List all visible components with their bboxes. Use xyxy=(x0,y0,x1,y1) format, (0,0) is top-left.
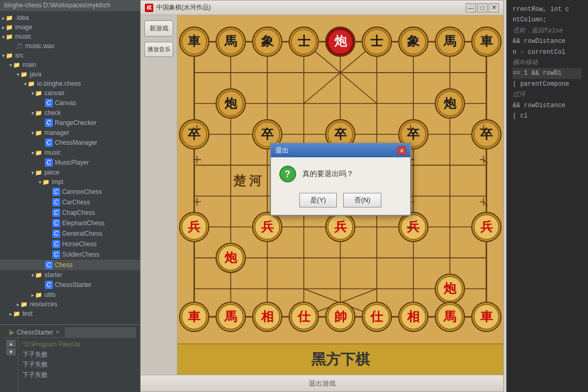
dialog-buttons: 是(Y) 否(N) xyxy=(271,189,410,215)
tree-item-ChapChess[interactable]: C ChapChess xyxy=(0,207,140,218)
dialog-body: ? 真的要退出吗？ xyxy=(271,157,410,189)
dialog-question-icon: ? xyxy=(279,166,296,182)
chess-board[interactable]: 楚 河 漢 界 xyxy=(177,15,503,343)
exit-dialog: 退出 ✕ ? 真的要退出吗？ 是(Y) 否(N) xyxy=(270,143,411,216)
run-down-btn[interactable]: ▼ xyxy=(6,348,16,355)
tree-item-src[interactable]: ▾📁 src xyxy=(0,51,140,60)
tree-item-test[interactable]: ▸📁 test xyxy=(0,309,140,318)
tree-item-idea[interactable]: ▸📁 .idea xyxy=(0,13,140,22)
run-tab-close[interactable]: ✕ xyxy=(55,329,60,335)
code-line: 横向移动 xyxy=(513,57,582,68)
chess-status: 黑方下棋 xyxy=(177,343,503,375)
tree-item-Chess[interactable]: C Chess xyxy=(0,260,140,270)
run-content: ▲ ▼ "D:\Program Files\Ja 下子失败 下子失败 下子失败 xyxy=(4,338,136,392)
tree-item-CarChess[interactable]: C CarChess xyxy=(0,197,140,207)
code-line: 过河 xyxy=(513,89,582,100)
tree-item-resources[interactable]: ▸📁 resources xyxy=(0,299,140,309)
run-up-btn[interactable]: ▲ xyxy=(6,340,16,347)
close-btn[interactable]: ✕ xyxy=(489,3,499,13)
run-line-1: 下子失败 xyxy=(22,350,132,360)
tree-item-music2[interactable]: ▾📁 music xyxy=(0,148,140,157)
music-button[interactable]: 播放音乐 xyxy=(144,42,173,57)
code-area: rrentRow, int cntColumn;否则，返回false&& row… xyxy=(506,0,588,392)
maximize-btn[interactable]: □ xyxy=(477,3,488,13)
tree-item-main[interactable]: ▾📁 main xyxy=(0,60,140,70)
file-tree: ▸📁 .idea▸📁 image▾📁 music🎵 music.wav▾📁 sr… xyxy=(0,11,140,324)
tree-item-ChessStarter[interactable]: C ChessStarter xyxy=(0,280,140,290)
tree-item-MusicPlayer[interactable]: C MusicPlayer xyxy=(0,157,140,168)
code-line: == 1 && rowDi xyxy=(513,68,582,78)
tree-item-starter[interactable]: ▾📁 starter xyxy=(0,270,140,280)
minimize-btn[interactable]: — xyxy=(466,3,476,13)
tree-item-SoldierChess[interactable]: C SoldierChess xyxy=(0,249,140,260)
tree-item-utils[interactable]: ▸📁 utils xyxy=(0,290,140,299)
game-title-text: 中国象棋(水河作品) xyxy=(156,3,465,12)
run-panel: ▶ ChessStarter ✕ ▲ ▼ "D:\Program Files\J… xyxy=(0,324,140,392)
tree-item-canvas[interactable]: ▾📁 canvas xyxy=(0,88,140,98)
dialog-yes-button[interactable]: 是(Y) xyxy=(299,193,337,207)
tree-item-CannonChess[interactable]: C CannonChess xyxy=(0,187,140,197)
tree-item-GeneralChess[interactable]: C GeneralChess xyxy=(0,228,140,239)
tree-item-music[interactable]: ▾📁 music xyxy=(0,32,140,41)
tree-item-image[interactable]: ▸📁 image xyxy=(0,22,140,32)
middle-panel: 棋 中国象棋(水河作品) — □ ✕ 新游戏 播放音乐 xyxy=(140,0,506,392)
tree-item-check[interactable]: ▾📁 check xyxy=(0,108,140,118)
code-line: 否则，返回false xyxy=(513,26,582,36)
tree-item-impl[interactable]: ▾📁 impl xyxy=(0,177,140,187)
tree-item-RangeChecker[interactable]: C RangeChecker xyxy=(0,118,140,128)
code-line: && rowDistance xyxy=(513,36,582,47)
run-tab-label: ChessStarter xyxy=(17,329,53,336)
game-window: 棋 中国象棋(水河作品) — □ ✕ 新游戏 播放音乐 xyxy=(140,0,504,392)
game-titlebar: 棋 中国象棋(水河作品) — □ ✕ xyxy=(141,1,503,15)
code-line: n - currentCol xyxy=(513,47,582,57)
tree-item-ChessManager[interactable]: C ChessManager xyxy=(0,137,140,148)
code-line: && rowDistance xyxy=(513,100,582,111)
game-sidebar: 新游戏 播放音乐 xyxy=(141,15,177,375)
dialog-no-button[interactable]: 否(N) xyxy=(343,193,381,207)
tree-item-music-wav[interactable]: 🎵 music.wav xyxy=(0,41,140,51)
ide-title: binghe-chess D:\Workspaces\mykit\ch xyxy=(0,0,140,11)
chess-board-container: 楚 河 漢 界 xyxy=(177,15,503,375)
tree-item-ElephantChess[interactable]: C ElephantChess xyxy=(0,218,140,228)
tree-item-io.binghe.chess[interactable]: ▾📁 io.binghe.chess xyxy=(0,79,140,88)
code-line: ( cl xyxy=(513,111,582,121)
tree-item-manager[interactable]: ▾📁 manager xyxy=(0,128,140,137)
tree-item-Canvas[interactable]: C Canvas xyxy=(0,98,140,108)
tree-item-HorseChess[interactable]: C HorseChess xyxy=(0,239,140,249)
code-line: ntColumn; xyxy=(513,15,582,25)
run-side: ▲ ▼ xyxy=(4,338,18,392)
tree-item-piece[interactable]: ▾📁 piece xyxy=(0,168,140,177)
dialog-titlebar: 退出 ✕ xyxy=(271,144,410,157)
run-tabs: ▶ ChessStarter ✕ xyxy=(4,327,136,338)
run-tab-chess-starter[interactable]: ▶ ChessStarter ✕ xyxy=(4,327,65,337)
dialog-overlay: 退出 ✕ ? 真的要退出吗？ 是(Y) 否(N) xyxy=(177,15,503,343)
code-line: ( parentCompone xyxy=(513,79,582,89)
dialog-message: 真的要退出吗？ xyxy=(302,169,354,179)
run-line-2: 下子失败 xyxy=(22,360,132,370)
dialog-title-text: 退出 xyxy=(275,146,289,155)
tree-item-java[interactable]: ▾📁 java xyxy=(0,70,140,79)
dialog-close-button[interactable]: ✕ xyxy=(398,146,406,155)
code-line: rrentRow, int c xyxy=(513,4,582,15)
game-body: 新游戏 播放音乐 xyxy=(141,15,503,375)
code-editor-panel: rrentRow, int cntColumn;否则，返回false&& row… xyxy=(506,0,588,392)
run-output: "D:\Program Files\Ja 下子失败 下子失败 下子失败 xyxy=(18,338,136,392)
run-cmd-line: "D:\Program Files\Ja xyxy=(22,340,132,350)
new-game-button[interactable]: 新游戏 xyxy=(144,20,173,37)
game-titlebar-icon: 棋 xyxy=(145,4,153,12)
file-tree-panel: binghe-chess D:\Workspaces\mykit\ch ▸📁 .… xyxy=(0,0,140,392)
run-line-3: 下子失败 xyxy=(22,370,132,380)
game-footer[interactable]: 退出游戏 xyxy=(141,375,503,391)
